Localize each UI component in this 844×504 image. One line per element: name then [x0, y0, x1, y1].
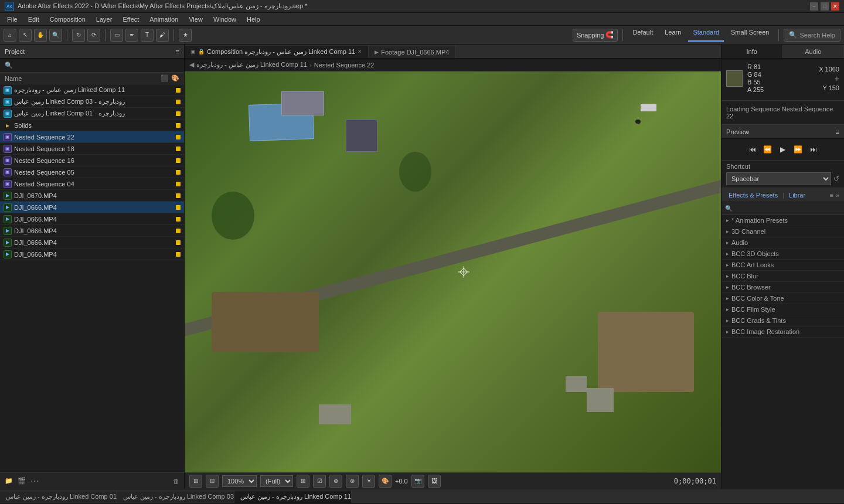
comp-tab-1[interactable]: ▣ 🔒 Composition زمین عباس - رودبارچره Li… [185, 45, 369, 58]
project-item[interactable]: ▶DJI_0666.MP4 [0, 225, 184, 237]
menu-item-help[interactable]: Help [242, 15, 265, 24]
transparency-btn[interactable]: ☑ [313, 475, 326, 488]
effects-menu-btn[interactable]: ≡ [829, 192, 833, 199]
orbit-tool[interactable]: ⟳ [87, 29, 100, 42]
zoom-tool[interactable]: 🔍 [49, 29, 62, 42]
spacebar-select[interactable]: Spacebar [726, 172, 831, 185]
timeline-tab-1[interactable]: رودبارچره - زمین عباس Linked Comp 01 ✕ [0, 490, 117, 503]
menu-item-view[interactable]: View [184, 15, 207, 24]
info-audio-tab-bar: Info Audio [722, 45, 844, 59]
effects-category-item[interactable]: ▸* Animation Presets [722, 215, 844, 226]
project-menu-btn[interactable]: ≡ [176, 48, 179, 55]
shortcut-reset-btn[interactable]: ↺ [833, 175, 839, 183]
text-tool[interactable]: T [141, 29, 154, 42]
overlay-btn[interactable]: ⊗ [346, 475, 359, 488]
effects-category-item[interactable]: ▸BCC Grads & Tints [722, 315, 844, 326]
project-item[interactable]: ▣زمین عباس Linked Comp 01 - رودبارچره [0, 108, 184, 120]
menu-item-animation[interactable]: Animation [145, 15, 183, 24]
roi-btn[interactable]: ⊞ [297, 475, 309, 488]
rotate-tool[interactable]: ↻ [72, 29, 85, 42]
new-item-btn[interactable]: ⋯ [30, 476, 39, 486]
comp-tab-1-close[interactable]: ✕ [358, 49, 362, 55]
timeline-tab-3[interactable]: رودبارچره - زمین عباس Linked Comp 11 ≡ [234, 490, 352, 503]
project-item[interactable]: ▣زمین عباس - رودبارچره Linked Comp 11 [0, 84, 184, 96]
breadcrumb-nested[interactable]: Nested Sequence 22 [314, 62, 375, 69]
project-item[interactable]: ▶DJI_0666.MP4 [0, 213, 184, 225]
next-frame-btn[interactable]: ⏩ [792, 144, 804, 155]
library-tab[interactable]: Librar [787, 192, 808, 199]
brush-tool[interactable]: 🖌 [156, 29, 169, 42]
zoom-select[interactable]: 100% [222, 475, 257, 487]
show-snapshot-btn[interactable]: 🖼 [428, 475, 441, 488]
menu-item-window[interactable]: Window [209, 15, 241, 24]
maximize-button[interactable]: □ [821, 2, 829, 11]
pen-tool[interactable]: ✒ [125, 29, 138, 42]
delete-btn[interactable]: 🗑 [173, 478, 179, 485]
close-button[interactable]: ✕ [831, 2, 839, 11]
effects-category-item[interactable]: ▸3D Channel [722, 226, 844, 237]
effects-category-item[interactable]: ▸BCC Color & Tone [722, 293, 844, 304]
project-item[interactable]: ▶DJI_0666.MP4 [0, 202, 184, 213]
effects-category-item[interactable]: ▸BCC Image Restoration [722, 326, 844, 338]
last-frame-btn[interactable]: ⏭ [808, 144, 819, 155]
project-item[interactable]: ▣زمین عباس Linked Comp 03 - رودبارچره [0, 96, 184, 108]
quality-select[interactable]: (Full) [260, 475, 293, 487]
resolution-btn[interactable]: ⊟ [206, 475, 219, 488]
project-item[interactable]: ▶DJI_0666.MP4 [0, 237, 184, 248]
project-item[interactable]: ▣Nested Sequence 16 [0, 155, 184, 166]
puppet-tool[interactable]: ★ [179, 29, 192, 42]
project-item[interactable]: ▣Nested Sequence 22 [0, 131, 184, 143]
project-item[interactable]: ▶DJI_0670.MP4 [0, 190, 184, 202]
new-folder-btn[interactable]: 📁 [5, 477, 13, 485]
project-item[interactable]: ▣Nested Sequence 18 [0, 143, 184, 155]
rect-tool[interactable]: ▭ [110, 29, 123, 42]
menu-item-layer[interactable]: Layer [91, 15, 117, 24]
fit-to-viewer-btn[interactable]: ⊞ [189, 475, 202, 488]
info-tab[interactable]: Info [722, 45, 783, 58]
menu-item-edit[interactable]: Edit [23, 15, 44, 24]
project-item[interactable]: ▣Nested Sequence 04 [0, 178, 184, 190]
effects-search-input[interactable] [734, 205, 840, 212]
effects-category-item[interactable]: ▸BCC 3D Objects [722, 248, 844, 260]
select-tool[interactable]: ↖ [19, 29, 32, 42]
hand-tool[interactable]: ✋ [34, 29, 47, 42]
preview-menu-btn[interactable]: ≡ [836, 128, 839, 135]
menu-item-effect[interactable]: Effect [118, 15, 144, 24]
effects-expand-btn[interactable]: » [836, 192, 839, 199]
color-correction-btn[interactable]: 🎨 [379, 475, 392, 488]
workspace-learn[interactable]: Learn [660, 29, 686, 42]
category-label: BCC Color & Tone [731, 295, 784, 302]
exposure-btn[interactable]: ☀ [362, 475, 375, 488]
breadcrumb-comp[interactable]: زمین عباس - رودبارچره Linked Comp 11 [196, 61, 307, 69]
snapshot-btn[interactable]: 📷 [411, 475, 424, 488]
project-item[interactable]: ▣Nested Sequence 05 [0, 166, 184, 178]
prev-frame-btn[interactable]: ⏪ [762, 144, 774, 155]
minimize-button[interactable]: − [810, 2, 818, 11]
new-comp-btn[interactable]: 🎬 [18, 477, 26, 485]
effects-category-item[interactable]: ▸BCC Film Style [722, 304, 844, 315]
home-btn[interactable]: ⌂ [4, 29, 16, 42]
search-help[interactable]: 🔍 Search Help [784, 29, 840, 42]
play-pause-btn[interactable]: ▶ [777, 144, 789, 155]
menu-item-composition[interactable]: Composition [45, 15, 90, 24]
comp-tab-2[interactable]: ▶ Footage DJI_0666.MP4 [369, 45, 455, 58]
project-search-input[interactable] [13, 62, 179, 69]
project-item-name: DJI_0666.MP4 [14, 204, 173, 211]
guides-btn[interactable]: ⊕ [329, 475, 342, 488]
effects-tab[interactable]: Effects & Presets [726, 192, 780, 199]
workspace-default[interactable]: Default [628, 29, 658, 42]
effects-category-item[interactable]: ▸Audio [722, 237, 844, 248]
project-item[interactable]: ▸Solids [0, 120, 184, 131]
menu-item-file[interactable]: File [2, 15, 22, 24]
project-item[interactable]: ▶DJI_0666.MP4 [0, 248, 184, 260]
effects-category-item[interactable]: ▸BCC Art Looks [722, 260, 844, 271]
workspace-small[interactable]: Small Screen [726, 29, 774, 42]
first-frame-btn[interactable]: ⏮ [747, 144, 758, 155]
timeline-tab-2[interactable]: رودبارچره - زمین عباس Linked Comp 03 ✕ [117, 490, 234, 503]
snapping-button[interactable]: Snapping 🧲 [573, 29, 618, 42]
effects-category-item[interactable]: ▸BCC Blur [722, 271, 844, 282]
timeline-tab-1-label: رودبارچره - زمین عباس Linked Comp 01 [6, 493, 117, 500]
effects-category-item[interactable]: ▸BCC Browser [722, 282, 844, 293]
workspace-standard[interactable]: Standard [688, 29, 724, 42]
audio-tab[interactable]: Audio [783, 45, 845, 58]
